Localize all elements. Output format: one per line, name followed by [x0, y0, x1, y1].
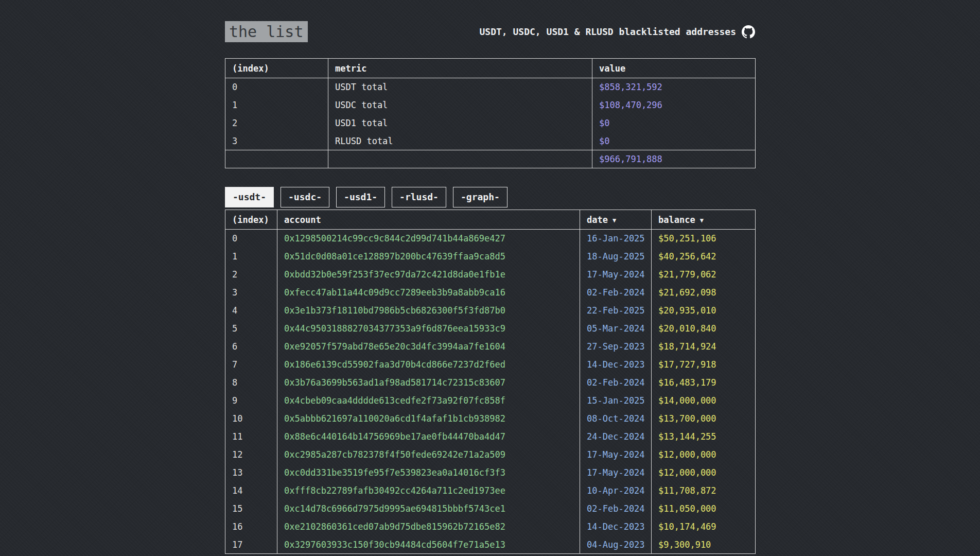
accounts-row-balance: $11,708,872	[652, 482, 756, 500]
accounts-row-address: 0xc2985a287cb782378f4f50fede69242e71a2a5…	[277, 446, 580, 464]
accounts-col-date[interactable]: date▼	[580, 210, 652, 230]
summary-row: 3 RLUSD total $0	[225, 132, 756, 150]
accounts-row: 0 0x1298500214c99cc9c844c2d99d741b44a869…	[225, 230, 756, 248]
summary-header-row: (index) metric value	[225, 59, 756, 78]
accounts-row-address: 0xc0dd331be3519fe95f7e539823ea0a14016cf3…	[277, 464, 580, 482]
tab-button[interactable]: -graph-	[453, 187, 507, 207]
tab-button[interactable]: -rlusd-	[392, 187, 446, 207]
summary-row-value: $0	[592, 132, 756, 150]
accounts-row-address: 0x3e1b373f18110bd7986b5cb6826300f5f3fd87…	[277, 302, 580, 320]
summary-table: (index) metric value 0 USDT total $858,3…	[225, 58, 756, 168]
accounts-row-date: 08-Oct-2024	[580, 410, 652, 428]
sort-desc-icon: ▼	[612, 217, 616, 224]
accounts-row-address: 0x51dc0d08a01ce128897b200bc47639ffaa9ca8…	[277, 248, 580, 266]
summary-row: 0 USDT total $858,321,592	[225, 78, 756, 96]
accounts-row-index: 9	[225, 392, 277, 410]
accounts-row-date: 15-Jan-2025	[580, 392, 652, 410]
accounts-row-address: 0xfecc47ab11a44c09d9cc7289eeb3b9a8abb9ca…	[277, 284, 580, 302]
accounts-row-date: 18-Aug-2025	[580, 248, 652, 266]
accounts-row-balance: $20,010,840	[652, 320, 756, 338]
tab-bar: -usdt- -usdc- -usd1- -rlusd- -graph-	[225, 187, 755, 207]
accounts-row: 1 0x51dc0d08a01ce128897b200bc47639ffaa9c…	[225, 248, 756, 266]
accounts-row-balance: $50,251,106	[652, 230, 756, 248]
col-label: (index)	[232, 215, 269, 225]
accounts-row-address: 0xe92057f579abd78e65e20c3d4fc3994aa7fe16…	[277, 338, 580, 356]
accounts-row-index: 1	[225, 248, 277, 266]
page-title: the list	[225, 23, 308, 41]
accounts-col-account: account	[277, 210, 580, 230]
accounts-col-balance[interactable]: balance▼	[652, 210, 756, 230]
summary-col-index: (index)	[225, 59, 328, 78]
accounts-row: 4 0x3e1b373f18110bd7986b5cb6826300f5f3fd…	[225, 302, 756, 320]
accounts-row-balance: $13,700,000	[652, 410, 756, 428]
accounts-row-date: 04-Aug-2023	[580, 536, 652, 554]
accounts-row-address: 0x4cbeb09caa4dddde613cedfe2f73a92f07fc85…	[277, 392, 580, 410]
summary-row-metric: USD1 total	[328, 114, 592, 132]
github-link[interactable]	[742, 25, 755, 39]
accounts-row: 9 0x4cbeb09caa4dddde613cedfe2f73a92f07fc…	[225, 392, 756, 410]
accounts-row: 3 0xfecc47ab11a44c09d9cc7289eeb3b9a8abb9…	[225, 284, 756, 302]
accounts-row: 14 0xfff8cb22789fafb30492cc4264a711c2ed1…	[225, 482, 756, 500]
accounts-row-index: 6	[225, 338, 277, 356]
accounts-row-date: 24-Dec-2024	[580, 428, 652, 446]
summary-total-index-cell	[225, 150, 328, 168]
page-title-text: the list	[225, 21, 308, 42]
summary-row-index: 0	[225, 78, 328, 96]
col-label: balance	[658, 215, 695, 225]
accounts-row-index: 17	[225, 536, 277, 554]
accounts-row: 2 0xbdd32b0e59f253f37ec97da72c421d8da0e1…	[225, 266, 756, 284]
accounts-row-address: 0xbdd32b0e59f253f37ec97da72c421d8da0e1fb…	[277, 266, 580, 284]
summary-row-metric: USDC total	[328, 96, 592, 114]
tab-button[interactable]: -usdc-	[281, 187, 329, 207]
accounts-row-date: 14-Dec-2023	[580, 356, 652, 374]
accounts-row-balance: $40,256,642	[652, 248, 756, 266]
accounts-row-date: 02-Feb-2024	[580, 500, 652, 518]
col-label: date	[587, 215, 608, 225]
accounts-row-address: 0x3297603933c150f30cb94484cd5604f7e71a5e…	[277, 536, 580, 554]
summary-total-row: $966,791,888	[225, 150, 756, 168]
accounts-row-date: 10-Apr-2024	[580, 482, 652, 500]
accounts-row: 12 0xc2985a287cb782378f4f50fede69242e71a…	[225, 446, 756, 464]
accounts-row-index: 14	[225, 482, 277, 500]
accounts-row-index: 7	[225, 356, 277, 374]
tab-button[interactable]: -usdt-	[225, 187, 274, 207]
accounts-row-address: 0x1298500214c99cc9c844c2d99d741b44a869e4…	[277, 230, 580, 248]
accounts-row: 13 0xc0dd331be3519fe95f7e539823ea0a14016…	[225, 464, 756, 482]
accounts-row: 15 0xc14d78c6966d7975d9995ae694815bbbf57…	[225, 500, 756, 518]
accounts-row: 17 0x3297603933c150f30cb94484cd5604f7e71…	[225, 536, 756, 554]
accounts-row-index: 5	[225, 320, 277, 338]
header: the list USDT, USDC, USD1 & RLUSD blackl…	[225, 23, 755, 41]
summary-row-value: $0	[592, 114, 756, 132]
subtitle-text: USDT, USDC, USD1 & RLUSD blacklisted add…	[480, 26, 737, 37]
summary-col-value: value	[592, 59, 756, 78]
sort-desc-icon: ▼	[700, 217, 704, 224]
accounts-row-balance: $9,300,910	[652, 536, 756, 554]
accounts-row-date: 17-May-2024	[580, 266, 652, 284]
accounts-row-date: 02-Feb-2024	[580, 284, 652, 302]
accounts-row-date: 14-Dec-2023	[580, 518, 652, 536]
accounts-row-index: 4	[225, 302, 277, 320]
summary-row-metric: USDT total	[328, 78, 592, 96]
accounts-row-index: 15	[225, 500, 277, 518]
accounts-row-balance: $11,050,000	[652, 500, 756, 518]
accounts-row-index: 0	[225, 230, 277, 248]
accounts-row-address: 0xe2102860361ced07ab9d75dbe815962b72165e…	[277, 518, 580, 536]
accounts-row-address: 0x5abbb621697a110020a6cd1f4afaf1b1cb9389…	[277, 410, 580, 428]
accounts-row: 11 0x88e6c440164b14756969be17ae0fb44470b…	[225, 428, 756, 446]
accounts-row-balance: $14,000,000	[652, 392, 756, 410]
accounts-row-address: 0x44c9503188827034377353a9f6d876eea15933…	[277, 320, 580, 338]
summary-row-index: 3	[225, 132, 328, 150]
accounts-row-date: 05-Mar-2024	[580, 320, 652, 338]
accounts-row-address: 0xc14d78c6966d7975d9995ae694815bbbf5743c…	[277, 500, 580, 518]
accounts-row: 8 0x3b76a3699b563ad1af98ad581714c72315c8…	[225, 374, 756, 392]
accounts-row: 10 0x5abbb621697a110020a6cd1f4afaf1b1cb9…	[225, 410, 756, 428]
summary-total-value: $966,791,888	[592, 150, 756, 168]
accounts-row-balance: $20,935,010	[652, 302, 756, 320]
accounts-row-date: 17-May-2024	[580, 464, 652, 482]
accounts-row: 16 0xe2102860361ced07ab9d75dbe815962b721…	[225, 518, 756, 536]
accounts-row-index: 2	[225, 266, 277, 284]
summary-row-value: $108,470,296	[592, 96, 756, 114]
accounts-row-balance: $16,483,179	[652, 374, 756, 392]
accounts-header-row: (index) account date▼ balance▼	[225, 210, 756, 230]
tab-button[interactable]: -usd1-	[336, 187, 385, 207]
